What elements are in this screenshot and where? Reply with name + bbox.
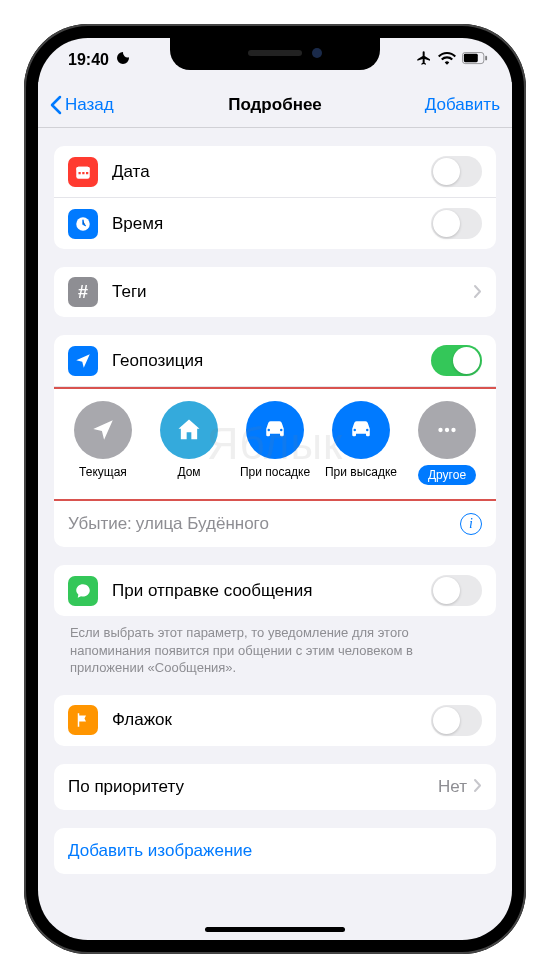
- content: Дата Время # Теги: [38, 128, 512, 932]
- loc-gettingout[interactable]: При высадке: [322, 401, 400, 485]
- svg-rect-5: [79, 172, 81, 174]
- svg-rect-6: [82, 172, 84, 174]
- add-button[interactable]: Добавить: [425, 95, 500, 115]
- group-tags: # Теги: [54, 267, 496, 317]
- home-indicator[interactable]: [205, 927, 345, 932]
- status-time: 19:40: [68, 51, 109, 69]
- svg-rect-1: [464, 54, 478, 62]
- nav-title: Подробнее: [228, 95, 322, 115]
- priority-value: Нет: [438, 777, 467, 797]
- battery-icon: [462, 51, 488, 69]
- row-departure[interactable]: Убытие: улица Будённого i: [54, 501, 496, 547]
- loc-other[interactable]: Другое: [408, 401, 486, 485]
- svg-rect-2: [485, 56, 487, 61]
- departure-value: улица Будённого: [136, 514, 460, 534]
- car-in-icon: [246, 401, 304, 459]
- group-flag: Флажок: [54, 695, 496, 746]
- row-location[interactable]: Геопозиция: [54, 335, 496, 387]
- date-toggle[interactable]: [431, 156, 482, 187]
- messaging-label: При отправке сообщения: [112, 581, 431, 601]
- loc-current[interactable]: Текущая: [64, 401, 142, 485]
- loc-home[interactable]: Дом: [150, 401, 228, 485]
- calendar-icon: [68, 157, 98, 187]
- flag-label: Флажок: [112, 710, 431, 730]
- row-tags[interactable]: # Теги: [54, 267, 496, 317]
- location-label: Геопозиция: [112, 351, 431, 371]
- hash-icon: #: [68, 277, 98, 307]
- row-date[interactable]: Дата: [54, 146, 496, 198]
- svg-point-10: [445, 428, 449, 432]
- dnd-icon: [115, 50, 131, 70]
- chevron-left-icon: [50, 95, 62, 115]
- chevron-right-icon: [473, 281, 482, 304]
- svg-point-9: [438, 428, 442, 432]
- loc-current-label: Текущая: [79, 465, 127, 479]
- priority-label: По приоритету: [68, 777, 438, 797]
- loc-gettingin-label: При посадке: [240, 465, 310, 479]
- wifi-icon: [438, 51, 456, 69]
- messaging-toggle[interactable]: [431, 575, 482, 606]
- back-label: Назад: [65, 95, 114, 115]
- flag-toggle[interactable]: [431, 705, 482, 736]
- row-addimage[interactable]: Добавить изображение: [54, 828, 496, 874]
- car-out-icon: [332, 401, 390, 459]
- home-icon: [160, 401, 218, 459]
- svg-point-11: [451, 428, 455, 432]
- airplane-icon: [416, 50, 432, 70]
- location-toggle[interactable]: [431, 345, 482, 376]
- flag-icon: [68, 705, 98, 735]
- departure-label: Убытие:: [68, 514, 132, 534]
- loc-gettingin[interactable]: При посадке: [236, 401, 314, 485]
- time-label: Время: [112, 214, 431, 234]
- nav-bar: Назад Подробнее Добавить: [38, 82, 512, 128]
- row-time[interactable]: Время: [54, 198, 496, 249]
- loc-other-label: Другое: [418, 465, 476, 485]
- screen: 19:40 Назад: [38, 38, 512, 940]
- time-toggle[interactable]: [431, 208, 482, 239]
- tags-label: Теги: [112, 282, 473, 302]
- row-priority[interactable]: По приоритету Нет: [54, 764, 496, 810]
- phone-frame: 19:40 Назад: [24, 24, 526, 954]
- date-label: Дата: [112, 162, 431, 182]
- svg-rect-4: [76, 166, 90, 170]
- add-image-label: Добавить изображение: [68, 841, 252, 861]
- location-arrow-icon: [68, 346, 98, 376]
- group-location: Геопозиция Яблык Текущая: [54, 335, 496, 547]
- group-priority: По приоритету Нет: [54, 764, 496, 810]
- notch: [170, 38, 380, 70]
- chevron-right-icon: [473, 775, 482, 798]
- svg-rect-7: [86, 172, 88, 174]
- loc-gettingout-label: При высадке: [325, 465, 397, 479]
- row-flag[interactable]: Флажок: [54, 695, 496, 746]
- location-options: Яблык Текущая Дом: [54, 387, 496, 501]
- loc-home-label: Дом: [177, 465, 200, 479]
- messaging-footnote: Если выбрать этот параметр, то уведомлен…: [54, 616, 496, 677]
- group-messaging: При отправке сообщения: [54, 565, 496, 616]
- more-icon: [418, 401, 476, 459]
- back-button[interactable]: Назад: [50, 95, 114, 115]
- clock-icon: [68, 209, 98, 239]
- arrow-icon: [74, 401, 132, 459]
- info-icon[interactable]: i: [460, 513, 482, 535]
- group-datetime: Дата Время: [54, 146, 496, 249]
- message-icon: [68, 576, 98, 606]
- group-addimage: Добавить изображение: [54, 828, 496, 874]
- row-messaging[interactable]: При отправке сообщения: [54, 565, 496, 616]
